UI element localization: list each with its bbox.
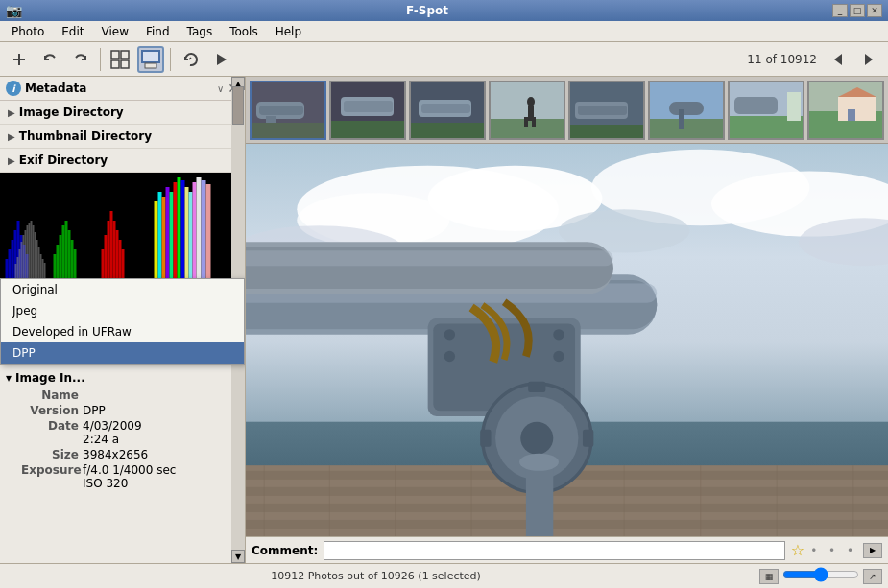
svg-rect-54 (19, 249, 21, 278)
version-option-jpeg[interactable]: Jpeg (1, 300, 244, 321)
main-photo-area (246, 144, 888, 536)
scroll-thumb[interactable] (232, 86, 244, 125)
menu-find[interactable]: Find (138, 23, 178, 40)
svg-rect-4 (111, 60, 119, 68)
menu-help[interactable]: Help (268, 23, 309, 40)
panel-header: i Metadata ∨ ✕ (0, 77, 245, 101)
svg-rect-42 (170, 192, 174, 278)
svg-rect-29 (74, 249, 77, 278)
menu-edit[interactable]: Edit (54, 23, 91, 40)
svg-rect-34 (113, 221, 116, 278)
version-option-ufraw[interactable]: Developed in UFRaw (1, 321, 244, 342)
rating-dots: • • • (810, 544, 857, 557)
tree-arrow-image-directory: ▶ (8, 107, 15, 118)
svg-rect-6 (142, 51, 159, 62)
add-button[interactable] (6, 46, 33, 73)
comment-label: Comment: (252, 544, 318, 557)
image-info-label: Image In... (15, 371, 85, 385)
menu-photo[interactable]: Photo (4, 23, 52, 40)
svg-rect-40 (162, 197, 166, 278)
svg-rect-22 (54, 254, 57, 278)
undo-button[interactable] (36, 46, 63, 73)
scroll-down-button[interactable]: ▼ (231, 550, 245, 563)
comment-bar: Comment: ☆ • • • ▶ (246, 536, 888, 563)
svg-rect-65 (40, 254, 42, 278)
version-option-dpp[interactable]: DPP (1, 342, 244, 364)
left-panel-scroll[interactable]: ▶ Image Directory ▶ Thumbnail Directory … (0, 101, 245, 563)
comment-expand-button[interactable]: ▶ (863, 543, 882, 558)
image-info-title[interactable]: ▾ Image In... (6, 368, 239, 388)
svg-point-145 (444, 329, 455, 340)
svg-marker-11 (834, 54, 842, 65)
slideshow-button[interactable] (207, 46, 234, 73)
info-value-exposure: f/4.0 1/4000 secISO 320 (83, 463, 176, 490)
svg-rect-5 (121, 60, 129, 68)
svg-rect-118 (246, 520, 888, 529)
main-area: i Metadata ∨ ✕ ▶ Image Directory ▶ Thumb… (0, 77, 888, 563)
tree-label-thumbnail-directory: Thumbnail Directory (19, 129, 152, 143)
panel-expand-button[interactable]: ∨ (217, 83, 224, 94)
svg-rect-46 (185, 187, 189, 278)
svg-rect-117 (246, 504, 888, 512)
tree-label-exif-directory: Exif Directory (19, 153, 108, 167)
nav-prev-button[interactable] (825, 46, 852, 73)
svg-rect-26 (65, 221, 68, 278)
thumbnail-5[interactable] (568, 81, 645, 140)
svg-rect-94 (679, 109, 684, 129)
status-icons: ▦ ↗ (759, 569, 888, 584)
star-rating[interactable]: ☆ (791, 541, 804, 559)
tree-arrow-exif-directory: ▶ (8, 155, 15, 166)
zoom-slider[interactable] (782, 569, 859, 580)
menu-tags[interactable]: Tags (180, 23, 221, 40)
redo-button[interactable] (67, 46, 94, 73)
nav-next-button[interactable] (855, 46, 882, 73)
svg-rect-27 (68, 230, 71, 278)
thumbnail-3[interactable] (409, 81, 486, 140)
tree-item-thumbnail-directory[interactable]: ▶ Thumbnail Directory (0, 125, 245, 149)
version-dropdown[interactable]: Original Jpeg Developed in UFRaw DPP (0, 278, 245, 365)
menu-tools[interactable]: Tools (222, 23, 266, 40)
svg-rect-3 (121, 51, 129, 59)
rotate-left-button[interactable] (177, 46, 204, 73)
info-label-version: Version (21, 404, 79, 417)
histogram-area (0, 173, 245, 278)
tree-item-exif-directory[interactable]: ▶ Exif Directory (0, 149, 245, 173)
browse-button[interactable] (107, 46, 133, 73)
tree-label-image-directory: Image Directory (19, 106, 124, 119)
svg-rect-93 (669, 102, 704, 115)
status-grid-button[interactable]: ▦ (759, 569, 779, 584)
right-area: Comment: ☆ • • • ▶ (246, 77, 888, 563)
svg-rect-67 (44, 263, 46, 278)
edit-button[interactable] (137, 46, 164, 73)
svg-rect-15 (9, 249, 12, 278)
tree-item-image-directory[interactable]: ▶ Image Directory (0, 101, 245, 125)
thumbnail-1[interactable] (250, 81, 326, 140)
svg-rect-45 (181, 180, 185, 278)
svg-rect-43 (174, 182, 178, 278)
status-expand-button[interactable]: ↗ (863, 569, 882, 584)
close-button[interactable]: ✕ (867, 4, 882, 17)
image-info-section: ▾ Image In... Name Version DPP Date 4/03… (0, 365, 245, 495)
svg-rect-90 (570, 125, 643, 138)
info-row-date: Date 4/03/20092:24 a (6, 418, 239, 447)
svg-rect-103 (848, 109, 855, 121)
svg-point-83 (527, 97, 535, 106)
maximize-button[interactable]: □ (850, 4, 865, 17)
version-option-original[interactable]: Original (1, 279, 244, 300)
svg-rect-63 (36, 240, 38, 278)
thumbnail-6[interactable] (648, 81, 725, 140)
main-photo-svg (246, 144, 888, 536)
version-dropdown-container: Original Jpeg Developed in UFRaw DPP (0, 278, 245, 365)
thumbnail-2[interactable] (329, 81, 406, 140)
thumbnail-7[interactable] (728, 81, 804, 140)
svg-rect-75 (344, 101, 393, 112)
panel-title: Metadata (25, 82, 213, 95)
comment-input[interactable] (324, 541, 785, 560)
thumbnail-4[interactable] (489, 81, 565, 140)
statusbar: 10912 Photos out of 10926 (1 selected) ▦… (0, 563, 888, 588)
minimize-button[interactable]: _ (832, 4, 848, 17)
menu-view[interactable]: View (93, 23, 135, 40)
svg-rect-25 (62, 225, 65, 278)
thumbnail-8[interactable] (807, 81, 884, 140)
svg-rect-38 (155, 201, 158, 278)
